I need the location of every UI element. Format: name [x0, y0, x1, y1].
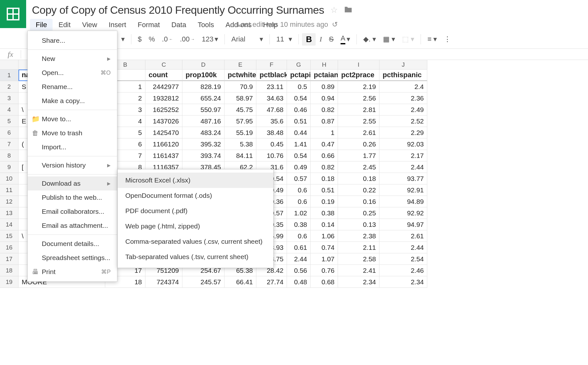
- download-csv[interactable]: Comma-separated values (.csv, current sh…: [118, 234, 273, 249]
- cell[interactable]: 0.13: [338, 219, 379, 230]
- sheets-logo[interactable]: [0, 0, 26, 28]
- cell[interactable]: 2.34: [338, 276, 379, 288]
- cell[interactable]: 2.11: [338, 242, 379, 253]
- file-email-attach[interactable]: Email as attachment...: [28, 219, 117, 233]
- row-header[interactable]: 7: [0, 138, 18, 150]
- cell[interactable]: 47.68: [256, 104, 287, 115]
- cell[interactable]: 55.19: [224, 127, 256, 138]
- cell[interactable]: 35.6: [256, 115, 287, 127]
- cell[interactable]: 0.16: [338, 196, 379, 207]
- row-header[interactable]: 17: [0, 253, 18, 265]
- download-html[interactable]: Web page (.html, zipped): [118, 219, 273, 234]
- cell[interactable]: 57.95: [224, 115, 256, 127]
- menu-file[interactable]: File: [30, 19, 53, 31]
- cell[interactable]: 0.45: [256, 138, 287, 150]
- cell[interactable]: 0.44: [287, 127, 311, 138]
- file-rename[interactable]: Rename...: [28, 80, 117, 94]
- cell[interactable]: 2.52: [379, 115, 427, 127]
- cell[interactable]: 2.44: [379, 161, 427, 173]
- file-move-to[interactable]: 📁Move to...: [28, 112, 117, 126]
- cell[interactable]: 0.54: [287, 93, 311, 104]
- cell[interactable]: 0.51: [311, 184, 338, 196]
- row-header[interactable]: 8: [0, 150, 18, 161]
- row-header[interactable]: 6: [0, 127, 18, 138]
- cell[interactable]: 483.24: [182, 127, 224, 138]
- cell[interactable]: 2.29: [379, 127, 427, 138]
- row-header[interactable]: 11: [0, 184, 18, 196]
- col-header-I[interactable]: I: [338, 60, 379, 70]
- menu-view[interactable]: View: [76, 19, 103, 31]
- file-import[interactable]: Import...: [28, 140, 117, 154]
- cell[interactable]: 94.89: [379, 196, 427, 207]
- cell[interactable]: 92.92: [379, 207, 427, 219]
- row-header[interactable]: 5: [0, 115, 18, 127]
- last-edit-info[interactable]: Last edit was 10 minutes ago ↺: [237, 20, 338, 29]
- cell[interactable]: 2.54: [379, 253, 427, 265]
- row-header[interactable]: 2: [0, 81, 18, 93]
- file-version-history[interactable]: Version history▶: [28, 158, 117, 172]
- cell[interactable]: 0.74: [311, 242, 338, 253]
- col-header-H[interactable]: H: [311, 60, 338, 70]
- cell[interactable]: 0.94: [311, 93, 338, 104]
- strikethrough-button[interactable]: S: [326, 33, 337, 45]
- cell[interactable]: 0.6: [287, 230, 311, 242]
- italic-button[interactable]: I: [316, 33, 325, 45]
- cell[interactable]: 2.19: [338, 81, 379, 93]
- file-spreadsheet-settings[interactable]: Spreadsheet settings...: [28, 251, 117, 265]
- cell[interactable]: 0.38: [287, 219, 311, 230]
- cell[interactable]: 1.77: [338, 150, 379, 161]
- cell[interactable]: 27.74: [256, 276, 287, 288]
- folder-icon[interactable]: [344, 6, 352, 14]
- font-family-select[interactable]: Arial▾: [228, 33, 266, 45]
- cell[interactable]: 0.76: [311, 265, 338, 276]
- row-header[interactable]: 4: [0, 104, 18, 115]
- row-header[interactable]: 12: [0, 196, 18, 207]
- cell[interactable]: 2.44: [287, 253, 311, 265]
- cell[interactable]: 0.61: [287, 242, 311, 253]
- cell[interactable]: 1: [311, 127, 338, 138]
- text-color-button[interactable]: A ▾: [337, 32, 353, 46]
- cell[interactable]: 0.19: [311, 196, 338, 207]
- increase-decimal-button[interactable]: .00→: [177, 33, 198, 45]
- row-header[interactable]: 1: [0, 70, 18, 81]
- more-button[interactable]: ⋮: [441, 33, 454, 45]
- cell[interactable]: pctblack: [256, 70, 287, 81]
- cell[interactable]: 1.07: [311, 253, 338, 265]
- download-pdf[interactable]: PDF document (.pdf): [118, 203, 273, 219]
- cell[interactable]: 1437026: [145, 115, 182, 127]
- menu-edit[interactable]: Edit: [53, 19, 76, 31]
- cell[interactable]: 0.82: [311, 104, 338, 115]
- bold-button[interactable]: B: [302, 33, 316, 46]
- cell[interactable]: 0.25: [338, 207, 379, 219]
- col-header-E[interactable]: E: [224, 60, 256, 70]
- cell[interactable]: 1.02: [287, 207, 311, 219]
- cell[interactable]: 0.49: [287, 161, 311, 173]
- row-header[interactable]: 19: [0, 276, 18, 288]
- row-header[interactable]: 16: [0, 242, 18, 253]
- dropdown-icon[interactable]: ▾: [118, 33, 128, 45]
- row-header[interactable]: 13: [0, 207, 18, 219]
- cell[interactable]: 0.14: [311, 219, 338, 230]
- cell[interactable]: pctapi: [287, 70, 311, 81]
- cell[interactable]: 393.74: [182, 150, 224, 161]
- cell[interactable]: 93.77: [379, 173, 427, 184]
- document-title[interactable]: Copy of Copy of Census 2010 Frequently O…: [32, 4, 324, 16]
- cell[interactable]: count: [145, 70, 182, 81]
- cell[interactable]: 1625252: [145, 104, 182, 115]
- cell[interactable]: pctaian: [311, 70, 338, 81]
- cell[interactable]: pctwhite: [224, 70, 256, 81]
- file-print[interactable]: 🖶Print⌘P: [28, 265, 117, 279]
- cell[interactable]: 1932812: [145, 93, 182, 104]
- cell[interactable]: 2.41: [338, 265, 379, 276]
- file-move-trash[interactable]: 🗑Move to trash: [28, 126, 117, 140]
- fill-color-button[interactable]: ◆. ▾: [360, 33, 379, 45]
- download-xlsx[interactable]: Microsoft Excel (.xlsx): [118, 173, 273, 188]
- file-publish[interactable]: Publish to the web...: [28, 190, 117, 205]
- file-open[interactable]: Open...⌘O: [28, 66, 117, 80]
- decrease-decimal-button[interactable]: .0←: [159, 33, 176, 45]
- cell[interactable]: 34.63: [256, 93, 287, 104]
- cell[interactable]: 0.6: [287, 184, 311, 196]
- font-size-select[interactable]: 11▾: [273, 33, 295, 45]
- cell[interactable]: 0.26: [338, 138, 379, 150]
- cell[interactable]: 45.75: [224, 104, 256, 115]
